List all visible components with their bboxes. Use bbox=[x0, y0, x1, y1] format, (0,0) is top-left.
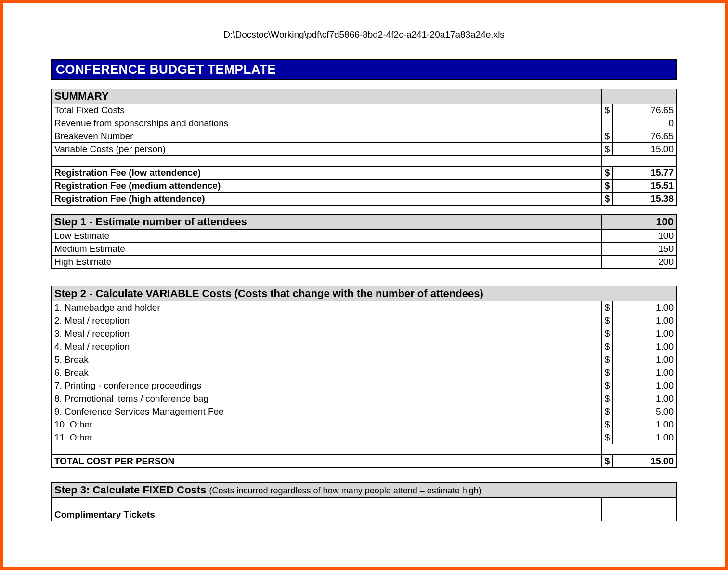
total-value: 15.00 bbox=[612, 455, 676, 468]
table-row: 8. Promotional items / conference bag$1.… bbox=[52, 392, 677, 405]
currency-symbol: $ bbox=[601, 167, 612, 180]
currency-symbol: $ bbox=[601, 366, 612, 379]
currency-symbol: $ bbox=[601, 301, 612, 314]
table-row: Total Fixed Costs $ 76.65 bbox=[52, 104, 677, 117]
table-row: 11. Other$1.00 bbox=[52, 431, 677, 444]
row-value: 1.00 bbox=[612, 314, 676, 327]
row-value: 1.00 bbox=[612, 340, 676, 353]
step2-header: Step 2 - Calculate VARIABLE Costs (Costs… bbox=[52, 286, 677, 301]
row-value: 15.51 bbox=[612, 180, 676, 193]
currency-symbol: $ bbox=[601, 180, 612, 193]
currency-symbol: $ bbox=[601, 130, 612, 143]
table-row: 6. Break$1.00 bbox=[52, 366, 677, 379]
row-label: High Estimate bbox=[52, 256, 504, 269]
document-title: CONFERENCE BUDGET TEMPLATE bbox=[51, 59, 677, 80]
row-value: 1.00 bbox=[612, 353, 676, 366]
spacer-row bbox=[52, 444, 677, 455]
row-value: 1.00 bbox=[612, 431, 676, 444]
step3-block: Step 3: Calculate FIXED Costs (Costs inc… bbox=[51, 482, 677, 521]
row-label: Registration Fee (medium attendence) bbox=[52, 180, 504, 193]
step1-header: Step 1 - Estimate number of attendees bbox=[52, 215, 504, 230]
table-row: 7. Printing - conference proceedings$1.0… bbox=[52, 379, 677, 392]
row-value: 76.65 bbox=[612, 104, 676, 117]
step1-header-value: 100 bbox=[601, 215, 676, 230]
total-row: TOTAL COST PER PERSON $ 15.00 bbox=[52, 455, 677, 468]
table-row: Variable Costs (per person) $ 15.00 bbox=[52, 143, 677, 156]
step2-block: Step 2 - Calculate VARIABLE Costs (Costs… bbox=[51, 286, 677, 468]
currency-symbol: $ bbox=[601, 193, 612, 206]
currency-symbol: $ bbox=[601, 327, 612, 340]
table-row: 1. Namebadge and holder$1.00 bbox=[52, 301, 677, 314]
row-value: 76.65 bbox=[612, 130, 676, 143]
total-label: TOTAL COST PER PERSON bbox=[52, 455, 504, 468]
currency-symbol: $ bbox=[601, 379, 612, 392]
currency-symbol: $ bbox=[601, 340, 612, 353]
row-label: Total Fixed Costs bbox=[52, 104, 504, 117]
step3-header-sub: (Costs incurred regardless of how many p… bbox=[209, 486, 481, 495]
row-value: 5.00 bbox=[612, 405, 676, 418]
table-row: 10. Other$1.00 bbox=[52, 418, 677, 431]
row-label: 6. Break bbox=[52, 366, 504, 379]
step1-table: Step 1 - Estimate number of attendees 10… bbox=[51, 214, 677, 269]
currency-symbol: $ bbox=[601, 314, 612, 327]
currency-symbol: $ bbox=[601, 418, 612, 431]
row-label: 8. Promotional items / conference bag bbox=[52, 392, 504, 405]
currency-symbol: $ bbox=[601, 353, 612, 366]
table-row: High Estimate 200 bbox=[52, 256, 677, 269]
row-label: Complimentary Tickets bbox=[52, 508, 504, 521]
step2-table: Step 2 - Calculate VARIABLE Costs (Costs… bbox=[51, 286, 677, 468]
summary-header-row: SUMMARY bbox=[52, 89, 677, 104]
step1-header-row: Step 1 - Estimate number of attendees 10… bbox=[52, 215, 677, 230]
row-value: 1.00 bbox=[612, 366, 676, 379]
table-row: Complimentary Tickets bbox=[52, 508, 677, 521]
row-value: 1.00 bbox=[612, 392, 676, 405]
currency-symbol: $ bbox=[601, 143, 612, 156]
table-row: Breakeven Number $ 76.65 bbox=[52, 130, 677, 143]
row-label: 1. Namebadge and holder bbox=[52, 301, 504, 314]
table-row: 9. Conference Services Management Fee$5.… bbox=[52, 405, 677, 418]
row-value: 1.00 bbox=[612, 379, 676, 392]
table-row: 5. Break$1.00 bbox=[52, 353, 677, 366]
row-label: Registration Fee (high attendence) bbox=[52, 193, 504, 206]
currency-symbol: $ bbox=[601, 405, 612, 418]
summary-header: SUMMARY bbox=[52, 89, 504, 104]
table-row: Registration Fee (high attendence) $ 15.… bbox=[52, 193, 677, 206]
table-row: Registration Fee (medium attendence) $ 1… bbox=[52, 180, 677, 193]
currency-symbol: $ bbox=[601, 431, 612, 444]
step3-header: Step 3: Calculate FIXED Costs (Costs inc… bbox=[52, 483, 677, 498]
row-label: 11. Other bbox=[52, 431, 504, 444]
step1-block: Step 1 - Estimate number of attendees 10… bbox=[51, 214, 677, 269]
row-value: 100 bbox=[601, 230, 676, 243]
row-label: Variable Costs (per person) bbox=[52, 143, 504, 156]
table-row: Medium Estimate 150 bbox=[52, 243, 677, 256]
table-row: 3. Meal / reception$1.00 bbox=[52, 327, 677, 340]
currency-symbol: $ bbox=[601, 104, 612, 117]
row-value: 15.38 bbox=[612, 193, 676, 206]
row-label: 4. Meal / reception bbox=[52, 340, 504, 353]
file-path: D:\Docstoc\Working\pdf\cf7d5866-8bd2-4f2… bbox=[51, 29, 677, 40]
row-value: 1.00 bbox=[612, 301, 676, 314]
table-row: Low Estimate 100 bbox=[52, 230, 677, 243]
currency-symbol bbox=[601, 117, 612, 130]
row-label: 10. Other bbox=[52, 418, 504, 431]
table-row: 2. Meal / reception$1.00 bbox=[52, 314, 677, 327]
summary-table: SUMMARY Total Fixed Costs $ 76.65 Revenu… bbox=[51, 89, 677, 206]
table-row: Revenue from sponsorships and donations … bbox=[52, 117, 677, 130]
row-label: Breakeven Number bbox=[52, 130, 504, 143]
row-value: 1.00 bbox=[612, 327, 676, 340]
row-value: 200 bbox=[601, 256, 676, 269]
row-label: 7. Printing - conference proceedings bbox=[52, 379, 504, 392]
row-label: 9. Conference Services Management Fee bbox=[52, 405, 504, 418]
row-value: 0 bbox=[612, 117, 676, 130]
spacer-row bbox=[52, 498, 677, 508]
row-label: Revenue from sponsorships and donations bbox=[52, 117, 504, 130]
row-value: 15.77 bbox=[612, 167, 676, 180]
document-frame: D:\Docstoc\Working\pdf\cf7d5866-8bd2-4f2… bbox=[0, 0, 728, 570]
row-value: 150 bbox=[601, 243, 676, 256]
currency-symbol: $ bbox=[601, 392, 612, 405]
step3-header-row: Step 3: Calculate FIXED Costs (Costs inc… bbox=[52, 483, 677, 498]
row-label: Registration Fee (low attendence) bbox=[52, 167, 504, 180]
row-label: 2. Meal / reception bbox=[52, 314, 504, 327]
row-value: 15.00 bbox=[612, 143, 676, 156]
row-label: Low Estimate bbox=[52, 230, 504, 243]
